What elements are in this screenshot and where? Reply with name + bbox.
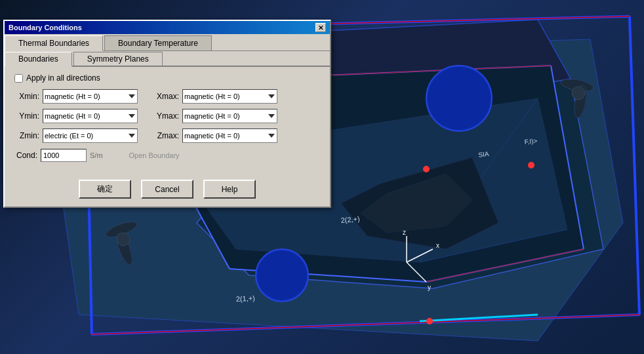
dialog-title: Boundary Conditions bbox=[9, 24, 82, 31]
ymin-label: Ymin: bbox=[14, 111, 39, 121]
cond-input[interactable] bbox=[41, 149, 87, 162]
x-fields-row: Xmin: magnetic (Ht = 0) electric (Et = 0… bbox=[14, 89, 320, 104]
help-button[interactable]: Help bbox=[203, 180, 256, 199]
svg-point-29 bbox=[257, 250, 307, 300]
tabs-row-1: Thermal Boundaries Boundary Temperature bbox=[5, 34, 330, 51]
ymax-label: Ymax: bbox=[154, 111, 179, 121]
dialog-titlebar: Boundary Conditions ✕ bbox=[5, 21, 330, 34]
svg-text:F,I)>: F,I)> bbox=[524, 137, 538, 146]
xmin-label: Xmin: bbox=[14, 92, 39, 101]
zmax-label: Zmax: bbox=[154, 131, 179, 140]
tab-boundaries[interactable]: Boundaries bbox=[5, 52, 72, 67]
tabs-row-2: Boundaries Symmetry Planes bbox=[5, 51, 330, 67]
y-fields-row: Ymin: magnetic (Ht = 0) electric (Et = 0… bbox=[14, 109, 320, 123]
svg-text:2(1,+): 2(1,+) bbox=[235, 294, 255, 303]
dialog-buttons: 确定 Cancel Help bbox=[5, 174, 330, 206]
tab-thermal-boundaries[interactable]: Thermal Boundaries bbox=[5, 35, 103, 51]
svg-line-5 bbox=[630, 16, 639, 315]
open-boundary-label: Open Boundary bbox=[129, 151, 180, 159]
svg-point-44 bbox=[423, 166, 430, 172]
dialog-close-button[interactable]: ✕ bbox=[315, 23, 326, 32]
apply-all-label: Apply in all directions bbox=[26, 73, 100, 83]
tab-boundary-temperature[interactable]: Boundary Temperature bbox=[104, 35, 212, 50]
zmax-select[interactable]: magnetic (Ht = 0) electric (Et = 0) peri… bbox=[182, 128, 277, 143]
apply-all-row: Apply in all directions bbox=[14, 73, 320, 83]
svg-text:x: x bbox=[436, 242, 439, 249]
svg-point-32 bbox=[117, 233, 130, 246]
xmax-select[interactable]: magnetic (Ht = 0) electric (Et = 0) peri… bbox=[182, 89, 277, 104]
svg-point-42 bbox=[528, 162, 534, 168]
ok-button[interactable]: 确定 bbox=[79, 180, 131, 199]
zmin-select[interactable]: magnetic (Ht = 0) electric (Et = 0) peri… bbox=[43, 128, 138, 143]
svg-point-27 bbox=[428, 67, 491, 130]
svg-text:y: y bbox=[428, 284, 431, 291]
dialog-body: Apply in all directions Xmin: magnetic (… bbox=[5, 67, 330, 174]
cancel-button[interactable]: Cancel bbox=[141, 180, 193, 199]
tab-symmetry-planes[interactable]: Symmetry Planes bbox=[73, 52, 163, 66]
dialog-content: Thermal Boundaries Boundary Temperature … bbox=[5, 34, 330, 206]
cond-label: Cond: bbox=[14, 151, 37, 160]
boundary-conditions-dialog: Boundary Conditions ✕ Thermal Boundaries… bbox=[3, 20, 331, 208]
ymax-select[interactable]: magnetic (Ht = 0) electric (Et = 0) peri… bbox=[182, 109, 277, 123]
svg-text:2(2,+): 2(2,+) bbox=[340, 215, 360, 224]
z-fields-row: Zmin: magnetic (Ht = 0) electric (Et = 0… bbox=[14, 128, 320, 143]
svg-text:z: z bbox=[403, 229, 406, 236]
svg-point-43 bbox=[426, 318, 433, 324]
apply-all-checkbox[interactable] bbox=[14, 74, 23, 83]
ymin-select[interactable]: magnetic (Ht = 0) electric (Et = 0) peri… bbox=[43, 109, 138, 123]
cond-row: Cond: S/m Open Boundary bbox=[14, 148, 320, 163]
svg-text:SIA: SIA bbox=[478, 150, 490, 159]
zmin-label: Zmin: bbox=[14, 131, 39, 140]
xmax-label: Xmax: bbox=[154, 92, 179, 101]
xmin-select[interactable]: magnetic (Ht = 0) electric (Et = 0) peri… bbox=[43, 89, 138, 104]
svg-point-35 bbox=[572, 87, 585, 100]
sm-label: S/m bbox=[90, 151, 103, 159]
